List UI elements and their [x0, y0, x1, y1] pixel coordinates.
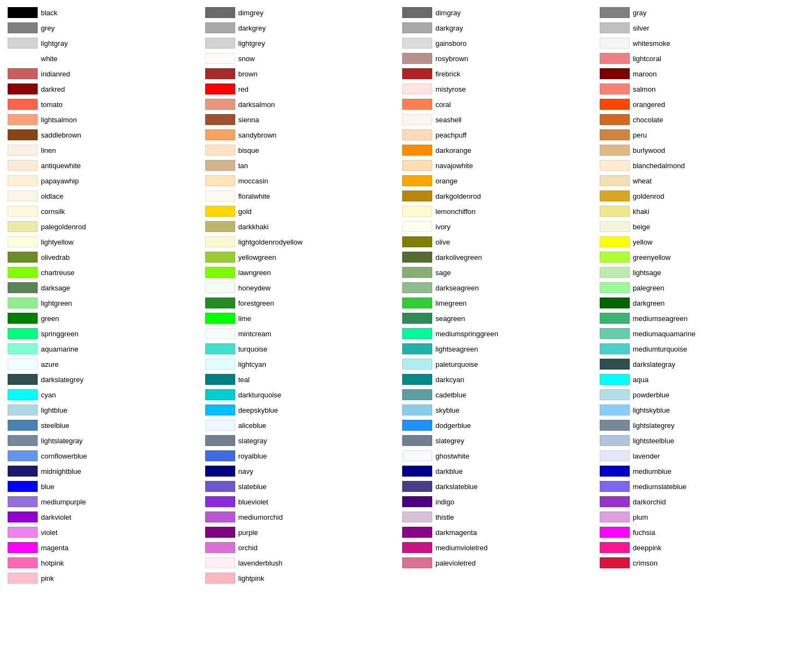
- color-item: gold: [203, 204, 401, 218]
- color-item: darkmagenta: [400, 525, 598, 539]
- color-swatch: [8, 38, 38, 49]
- color-swatch: [8, 359, 38, 370]
- color-swatch: [600, 466, 630, 477]
- color-name-label: darkblue: [435, 467, 463, 475]
- color-swatch: [205, 7, 235, 18]
- color-swatch: [402, 374, 432, 385]
- color-swatch: [600, 145, 630, 156]
- color-name-label: chartreuse: [41, 269, 74, 277]
- color-item: darkgrey: [203, 21, 401, 35]
- color-swatch: [600, 221, 630, 232]
- color-swatch: [600, 53, 630, 64]
- color-name-label: lightgreen: [41, 299, 72, 307]
- color-item: aliceblue: [203, 418, 401, 432]
- color-swatch: [600, 389, 630, 400]
- color-name-label: firebrick: [435, 70, 461, 78]
- color-swatch: [205, 53, 235, 64]
- color-name-label: mediumorchid: [238, 513, 283, 521]
- color-swatch: [402, 527, 432, 538]
- color-swatch: [205, 359, 235, 370]
- color-item: ivory: [400, 219, 598, 234]
- color-name-label: darkgoldenrod: [435, 192, 481, 200]
- color-swatch: [205, 343, 235, 354]
- color-swatch: [402, 359, 432, 370]
- color-swatch: [600, 496, 630, 507]
- color-item: royalblue: [203, 449, 401, 463]
- color-swatch: [600, 175, 630, 186]
- color-item: orangered: [598, 97, 795, 111]
- color-item: darkturquoise: [203, 388, 401, 402]
- color-swatch: [8, 53, 38, 64]
- color-item: darkorange: [400, 143, 598, 157]
- color-item: mediumspringgreen: [400, 326, 598, 341]
- color-swatch: [600, 68, 630, 79]
- color-swatch: [600, 84, 630, 94]
- color-name-label: violet: [41, 528, 57, 537]
- color-name-label: antiquewhite: [41, 162, 81, 170]
- color-name-label: wheat: [633, 177, 652, 185]
- color-swatch: [600, 7, 630, 18]
- color-item: darkcyan: [400, 372, 598, 386]
- color-swatch: [205, 84, 235, 94]
- color-swatch: [205, 328, 235, 339]
- color-swatch: [8, 252, 38, 263]
- color-name-label: hotpink: [41, 559, 64, 567]
- color-swatch: [205, 298, 235, 308]
- color-name-label: palegoldenrod: [41, 223, 86, 231]
- color-name-label: maroon: [633, 70, 657, 78]
- color-item: darkblue: [400, 464, 598, 478]
- color-name-label: grey: [41, 24, 55, 32]
- color-name-label: deeppink: [633, 544, 662, 552]
- color-swatch: [402, 99, 432, 110]
- color-name-label: indianred: [41, 70, 70, 78]
- color-swatch: [402, 405, 432, 415]
- color-item: magenta: [5, 540, 203, 555]
- color-swatch: [600, 313, 630, 324]
- color-swatch: [600, 191, 630, 201]
- color-swatch: [402, 267, 432, 278]
- color-swatch: [8, 236, 38, 247]
- color-item: palevioletred: [400, 556, 598, 570]
- color-swatch: [8, 84, 38, 94]
- color-item: blue: [5, 479, 203, 493]
- color-swatch: [8, 405, 38, 415]
- color-name-label: lightsage: [633, 269, 661, 277]
- color-name-label: lightgray: [41, 39, 68, 47]
- color-name-label: mediumpurple: [41, 498, 86, 506]
- color-name-label: paleturquoise: [435, 360, 478, 368]
- color-item: pink: [5, 571, 203, 585]
- color-item: snow: [203, 51, 401, 66]
- color-swatch: [205, 389, 235, 400]
- color-swatch: [402, 435, 432, 446]
- color-swatch: [600, 99, 630, 110]
- color-name-label: mediumvioletred: [435, 544, 487, 552]
- color-item: papayawhip: [5, 174, 203, 188]
- color-name-label: darkorange: [435, 146, 471, 154]
- color-item: darkkhaki: [203, 219, 401, 234]
- color-item: lightseagreen: [400, 342, 598, 356]
- color-item: palegoldenrod: [5, 219, 203, 234]
- color-name-label: red: [238, 85, 249, 93]
- color-item: burlywood: [598, 143, 795, 157]
- color-swatch: [8, 420, 38, 431]
- color-name-label: peachpuff: [435, 131, 467, 139]
- color-name-label: mediumturquoise: [633, 345, 688, 353]
- color-name-label: brown: [238, 70, 258, 78]
- color-swatch: [402, 512, 432, 522]
- color-swatch: [8, 7, 38, 18]
- color-item: paleturquoise: [400, 357, 598, 371]
- color-item: green: [5, 311, 203, 325]
- color-name-label: aliceblue: [238, 421, 266, 430]
- color-name-label: whitesmoke: [633, 39, 671, 47]
- color-item: mediumblue: [598, 464, 795, 478]
- color-swatch: [205, 450, 235, 461]
- color-name-label: lavender: [633, 452, 660, 460]
- color-swatch: [8, 374, 38, 385]
- color-swatch: [600, 512, 630, 522]
- color-item: lime: [203, 311, 401, 325]
- color-name-label: thistle: [435, 513, 454, 521]
- color-item: mediumvioletred: [400, 540, 598, 555]
- color-swatch: [402, 389, 432, 400]
- color-item: deepskyblue: [203, 403, 401, 417]
- color-name-label: green: [41, 314, 59, 323]
